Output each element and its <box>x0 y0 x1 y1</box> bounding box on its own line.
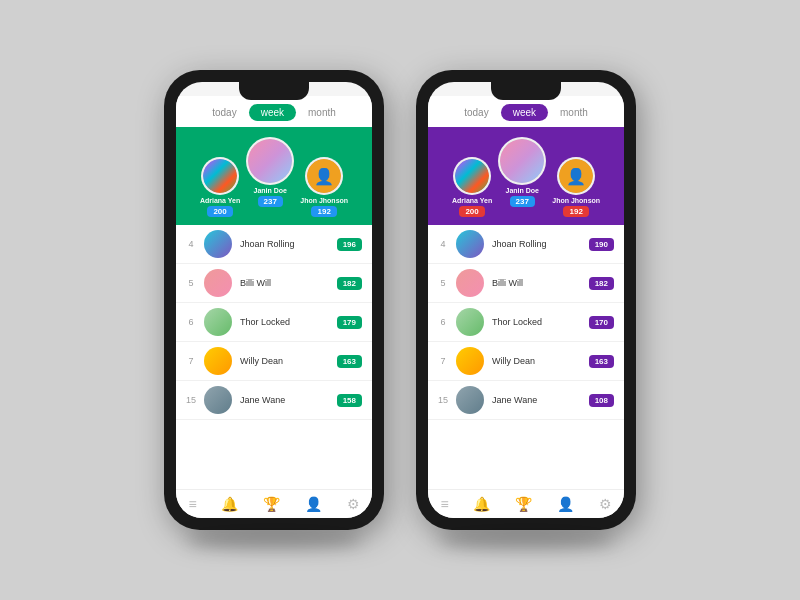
rank-number: 4 <box>438 239 448 249</box>
table-row[interactable]: 4Jhoan Rolling190 <box>428 225 624 264</box>
row-avatar <box>456 308 484 336</box>
leader-header: Adriana Yen200Janin Doe237👤Jhon Jhonson1… <box>428 127 624 225</box>
leader-score: 237 <box>510 196 535 207</box>
row-name: Willy Dean <box>492 356 581 366</box>
rank-number: 15 <box>438 395 448 405</box>
leader-3: 👤Jhon Jhonson192 <box>552 157 600 217</box>
leader-score: 200 <box>459 206 484 217</box>
row-score: 158 <box>337 394 362 407</box>
leader-name: Janin Doe <box>254 187 287 194</box>
nav-icon-0[interactable]: ≡ <box>188 496 196 512</box>
row-name: Jhoan Rolling <box>492 239 581 249</box>
row-score: 182 <box>337 277 362 290</box>
leaderboard-list: 4Jhoan Rolling1905Billi Will1826Thor Loc… <box>428 225 624 489</box>
tab-week[interactable]: week <box>249 104 296 121</box>
bottom-nav: ≡🔔🏆👤⚙ <box>428 489 624 518</box>
nav-icon-3[interactable]: 👤 <box>557 496 574 512</box>
rank-number: 15 <box>186 395 196 405</box>
row-avatar <box>456 269 484 297</box>
rank-number: 7 <box>438 356 448 366</box>
nav-icon-4[interactable]: ⚙ <box>599 496 612 512</box>
table-row[interactable]: 4Jhoan Rolling196 <box>176 225 372 264</box>
row-score: 179 <box>337 316 362 329</box>
leader-2: Janin Doe237 <box>246 137 294 207</box>
row-name: Billi Will <box>492 278 581 288</box>
nav-icon-1[interactable]: 🔔 <box>221 496 238 512</box>
phone-green: todayweekmonthAdriana Yen200Janin Doe237… <box>164 70 384 530</box>
rank-number: 5 <box>186 278 196 288</box>
row-avatar <box>456 230 484 258</box>
table-row[interactable]: 6Thor Locked170 <box>428 303 624 342</box>
rank-number: 7 <box>186 356 196 366</box>
tab-today[interactable]: today <box>452 104 500 121</box>
nav-icon-1[interactable]: 🔔 <box>473 496 490 512</box>
leader-name: Jhon Jhonson <box>552 197 600 204</box>
leaderboard-list: 4Jhoan Rolling1965Billi Will1826Thor Loc… <box>176 225 372 489</box>
row-score: 108 <box>589 394 614 407</box>
row-score: 163 <box>589 355 614 368</box>
rank-number: 5 <box>438 278 448 288</box>
nav-icon-0[interactable]: ≡ <box>440 496 448 512</box>
row-avatar <box>204 308 232 336</box>
row-avatar <box>204 230 232 258</box>
row-name: Jane Wane <box>492 395 581 405</box>
nav-icon-2[interactable]: 🏆 <box>263 496 280 512</box>
table-row[interactable]: 15Jane Wane108 <box>428 381 624 420</box>
tabs-bar: todayweekmonth <box>428 96 624 127</box>
table-row[interactable]: 7Willy Dean163 <box>428 342 624 381</box>
tab-week[interactable]: week <box>501 104 548 121</box>
row-name: Willy Dean <box>240 356 329 366</box>
row-score: 170 <box>589 316 614 329</box>
leader-header: Adriana Yen200Janin Doe237👤Jhon Jhonson1… <box>176 127 372 225</box>
rank-number: 6 <box>186 317 196 327</box>
phones-container: todayweekmonthAdriana Yen200Janin Doe237… <box>164 70 636 530</box>
nav-icon-3[interactable]: 👤 <box>305 496 322 512</box>
notch <box>239 82 309 100</box>
phone-shadow <box>186 530 362 550</box>
row-avatar <box>204 386 232 414</box>
tabs-bar: todayweekmonth <box>176 96 372 127</box>
leader-name: Jhon Jhonson <box>300 197 348 204</box>
leader-score: 192 <box>563 206 588 217</box>
row-name: Jane Wane <box>240 395 329 405</box>
leader-3: 👤Jhon Jhonson192 <box>300 157 348 217</box>
table-row[interactable]: 15Jane Wane158 <box>176 381 372 420</box>
row-score: 163 <box>337 355 362 368</box>
row-name: Thor Locked <box>240 317 329 327</box>
row-avatar <box>456 347 484 375</box>
phone-shadow <box>438 530 614 550</box>
row-avatar <box>456 386 484 414</box>
row-avatar <box>204 347 232 375</box>
leader-1: Adriana Yen200 <box>200 157 240 217</box>
leader-1: Adriana Yen200 <box>452 157 492 217</box>
row-name: Jhoan Rolling <box>240 239 329 249</box>
leader-score: 237 <box>258 196 283 207</box>
phone-purple: todayweekmonthAdriana Yen200Janin Doe237… <box>416 70 636 530</box>
row-name: Billi Will <box>240 278 329 288</box>
bottom-nav: ≡🔔🏆👤⚙ <box>176 489 372 518</box>
row-score: 190 <box>589 238 614 251</box>
leader-name: Adriana Yen <box>452 197 492 204</box>
row-name: Thor Locked <box>492 317 581 327</box>
table-row[interactable]: 7Willy Dean163 <box>176 342 372 381</box>
tab-today[interactable]: today <box>200 104 248 121</box>
notch <box>491 82 561 100</box>
nav-icon-2[interactable]: 🏆 <box>515 496 532 512</box>
rank-number: 6 <box>438 317 448 327</box>
tab-month[interactable]: month <box>296 104 348 121</box>
row-avatar <box>204 269 232 297</box>
leader-score: 192 <box>311 206 336 217</box>
leader-name: Adriana Yen <box>200 197 240 204</box>
table-row[interactable]: 6Thor Locked179 <box>176 303 372 342</box>
table-row[interactable]: 5Billi Will182 <box>176 264 372 303</box>
leader-score: 200 <box>207 206 232 217</box>
rank-number: 4 <box>186 239 196 249</box>
leader-name: Janin Doe <box>506 187 539 194</box>
table-row[interactable]: 5Billi Will182 <box>428 264 624 303</box>
leader-2: Janin Doe237 <box>498 137 546 207</box>
row-score: 182 <box>589 277 614 290</box>
tab-month[interactable]: month <box>548 104 600 121</box>
nav-icon-4[interactable]: ⚙ <box>347 496 360 512</box>
row-score: 196 <box>337 238 362 251</box>
